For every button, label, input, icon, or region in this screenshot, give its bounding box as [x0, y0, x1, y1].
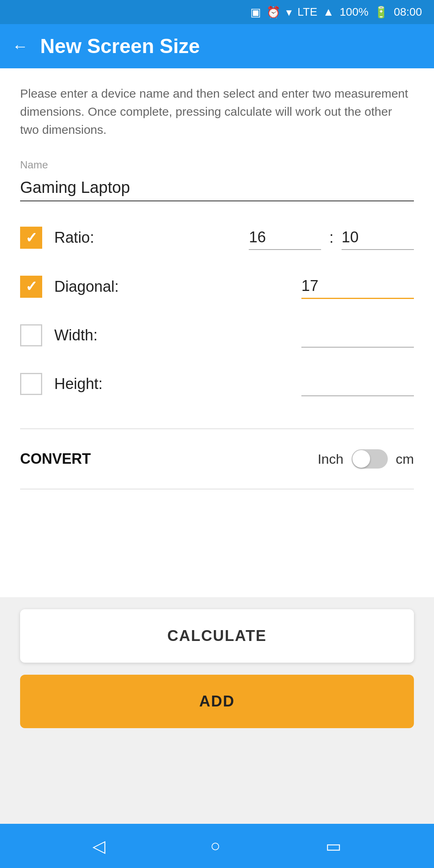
app-bar: ← New Screen Size — [0, 24, 434, 68]
ratio-inputs: : — [249, 225, 414, 250]
main-content: Please enter a device name and then sele… — [0, 68, 434, 597]
ratio-checkbox[interactable] — [20, 227, 42, 249]
ratio-input-right[interactable] — [342, 225, 414, 250]
back-button[interactable]: ← — [12, 37, 28, 55]
page-title: New Screen Size — [40, 35, 200, 58]
ratio-separator: : — [329, 229, 334, 246]
divider-top — [20, 428, 414, 429]
unit-toggle[interactable] — [352, 449, 388, 469]
width-row: Width: — [20, 323, 414, 348]
alarm-icon: ⏰ — [266, 6, 280, 19]
add-button[interactable]: ADD — [20, 675, 414, 728]
lte-icon: LTE — [297, 6, 317, 18]
cm-label: cm — [396, 451, 414, 467]
convert-label: CONVERT — [20, 450, 91, 467]
battery-percent: 100% — [340, 6, 368, 18]
inch-label: Inch — [317, 451, 343, 467]
height-input-wrapper — [301, 372, 414, 396]
divider-bottom — [20, 489, 414, 489]
convert-row: CONVERT Inch cm — [20, 437, 414, 481]
status-icons: ▣ ⏰ ▾ LTE ▲ 100% 🔋 08:00 — [250, 6, 422, 19]
calculate-button[interactable]: CALCULATE — [20, 609, 414, 663]
clock: 08:00 — [394, 6, 422, 18]
ratio-input-left[interactable] — [249, 225, 321, 250]
spacer — [0, 740, 434, 824]
description-text: Please enter a device name and then sele… — [20, 84, 414, 139]
wifi-icon: ▾ — [286, 6, 292, 19]
diagonal-row: Diagonal: — [20, 274, 414, 299]
name-input[interactable] — [20, 174, 414, 201]
height-row: Height: — [20, 372, 414, 396]
name-field-wrapper: Name — [20, 159, 414, 225]
toggle-knob — [352, 450, 370, 468]
diagonal-label: Diagonal: — [54, 278, 143, 295]
width-input[interactable] — [301, 323, 414, 348]
back-nav-icon[interactable]: ◁ — [92, 836, 105, 856]
status-bar: ▣ ⏰ ▾ LTE ▲ 100% 🔋 08:00 — [0, 0, 434, 24]
width-input-wrapper — [301, 323, 414, 348]
recent-nav-icon[interactable]: ▭ — [326, 836, 342, 856]
name-label: Name — [20, 159, 414, 171]
home-nav-icon[interactable]: ○ — [210, 836, 220, 856]
vibrate-icon: ▣ — [250, 6, 261, 19]
buttons-section: CALCULATE ADD — [0, 597, 434, 740]
height-checkbox[interactable] — [20, 373, 42, 395]
ratio-label: Ratio: — [54, 229, 143, 246]
battery-icon: 🔋 — [374, 6, 388, 19]
signal-icon: ▲ — [323, 6, 334, 18]
width-checkbox[interactable] — [20, 324, 42, 346]
height-label: Height: — [54, 375, 143, 393]
height-input[interactable] — [301, 372, 414, 396]
diagonal-input[interactable] — [301, 274, 414, 299]
ratio-row: Ratio: : — [20, 225, 414, 250]
bottom-nav: ◁ ○ ▭ — [0, 824, 434, 868]
convert-right: Inch cm — [317, 449, 414, 469]
diagonal-checkbox[interactable] — [20, 276, 42, 298]
width-label: Width: — [54, 327, 143, 344]
diagonal-input-wrapper — [301, 274, 414, 299]
